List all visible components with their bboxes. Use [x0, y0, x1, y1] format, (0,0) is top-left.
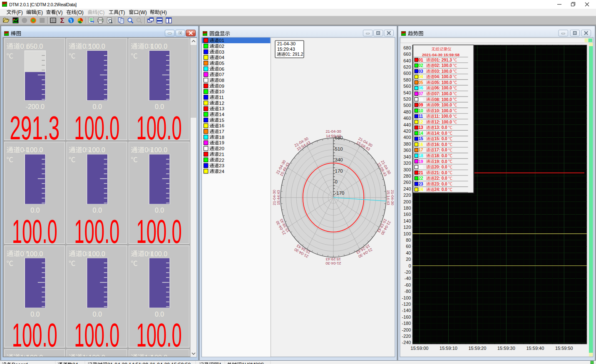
svg-text:100.0: 100.0: [137, 109, 182, 146]
svg-text:(T): (T): [119, 10, 125, 15]
svg-text:10: 100.0: 10: 100.0: [435, 109, 452, 113]
svg-text:(O): (O): [77, 10, 84, 15]
svg-text:03: 03: [419, 69, 424, 74]
svg-text:09: 09: [419, 103, 424, 107]
svg-text:200: 200: [403, 199, 411, 204]
svg-text:100.0: 100.0: [137, 213, 182, 250]
svg-text:-240: -240: [402, 340, 411, 345]
svg-text:02: 02: [419, 63, 424, 68]
svg-text:540: 540: [403, 90, 411, 95]
svg-text:24: 24: [72, 362, 78, 364]
svg-text:21: 21: [219, 152, 224, 157]
svg-text:19: 19: [219, 140, 224, 145]
svg-text:(V): (V): [56, 10, 63, 15]
svg-text:-140: -140: [402, 308, 411, 313]
svg-text:220: 220: [403, 193, 411, 198]
svg-text:18: 18: [219, 135, 224, 140]
svg-text:15:59:40: 15:59:40: [526, 346, 544, 351]
svg-text:360: 360: [403, 148, 411, 153]
svg-text:120: 120: [403, 225, 411, 230]
svg-text:21: 0.0: 21: 0.0: [435, 171, 448, 175]
svg-text:500: 500: [403, 103, 411, 108]
svg-text:-200: -200: [402, 327, 411, 332]
svg-text:15:59:00: 15:59:00: [411, 346, 429, 351]
svg-text:260: 260: [403, 180, 411, 185]
svg-text:(F): (F): [17, 10, 23, 15]
svg-text:16: 0.0: 16: 0.0: [435, 142, 448, 147]
svg-text:100.0: 100.0: [137, 317, 182, 354]
svg-text:21-04-30: 21-04-30: [272, 190, 276, 205]
svg-text:-170: -170: [335, 191, 345, 196]
svg-text:16: 16: [219, 123, 224, 128]
svg-text:03: 100.0: 03: 100.0: [435, 69, 452, 74]
svg-text:07: 07: [419, 92, 424, 96]
svg-text:04: 04: [219, 55, 224, 60]
svg-text:(H): (H): [160, 10, 167, 15]
svg-text:12: 12: [219, 101, 224, 106]
svg-text:07: 100.0: 07: 100.0: [435, 92, 452, 96]
svg-text:13: 13: [419, 125, 424, 130]
svg-text:-120: -120: [402, 302, 411, 307]
svg-text:600: 600: [403, 71, 411, 76]
svg-text:100: 100: [403, 231, 411, 236]
svg-text:-40: -40: [405, 276, 411, 281]
svg-text:23: 23: [219, 163, 224, 168]
svg-text:100.0: 100.0: [89, 250, 105, 258]
svg-text:22: 22: [419, 176, 424, 181]
svg-text:100.0: 100.0: [12, 213, 57, 250]
svg-text:660: 660: [403, 52, 411, 57]
svg-text:100.0: 100.0: [26, 146, 43, 154]
svg-text:380: 380: [403, 141, 411, 146]
svg-text:340: 340: [403, 154, 411, 159]
svg-text:01: 01: [219, 38, 224, 43]
svg-text:100.0: 100.0: [12, 317, 57, 354]
svg-text:15:29:43: 15:29:43: [277, 47, 295, 52]
svg-text:300: 300: [403, 167, 411, 172]
svg-text:520: 520: [403, 97, 411, 102]
svg-text:11: 100.0: 11: 100.0: [435, 114, 452, 119]
svg-text:15:29:43: 15:29:43: [326, 257, 341, 261]
svg-text:Σ: Σ: [60, 17, 64, 25]
svg-text:100.0: 100.0: [89, 43, 105, 50]
svg-text:17: 17: [419, 148, 424, 152]
svg-text:100.0: 100.0: [74, 213, 119, 250]
svg-text:23: 0.0: 23: 0.0: [435, 182, 448, 186]
svg-text:11: 11: [219, 95, 224, 100]
svg-text:02: 02: [219, 44, 224, 49]
svg-text:18: 18: [419, 154, 424, 158]
svg-text:21-04-30: 21-04-30: [325, 129, 341, 134]
svg-text:15: 0.0: 15: 0.0: [435, 136, 448, 141]
svg-text:400: 400: [403, 135, 411, 140]
svg-text:17: 0.0: 17: 0.0: [435, 148, 448, 152]
svg-text:01: 291.2: 01: 291.2: [286, 52, 303, 57]
svg-text:09: 100.0: 09: 100.0: [435, 103, 452, 107]
svg-text:(E): (E): [36, 10, 43, 15]
svg-text:09: 09: [219, 84, 224, 89]
svg-text:15:59:20: 15:59:20: [468, 346, 486, 351]
svg-text:22: 0.0: 22: 0.0: [435, 176, 448, 181]
svg-text:100.0: 100.0: [74, 109, 119, 146]
svg-text:-80: -80: [405, 289, 411, 294]
svg-text:580: 580: [403, 77, 411, 82]
svg-text:420: 420: [403, 129, 411, 134]
svg-text:560: 560: [403, 84, 411, 89]
svg-text:18: 0.0: 18: 0.0: [435, 154, 448, 158]
svg-text:15: 15: [419, 136, 424, 141]
svg-text:01: 01: [419, 58, 424, 62]
svg-text:15:59:50: 15:59:50: [555, 346, 573, 351]
svg-text:-180: -180: [402, 321, 411, 326]
svg-text:1H8M38S: 1H8M38S: [242, 362, 264, 364]
svg-text:05: 05: [219, 61, 224, 66]
svg-text:20: 20: [406, 257, 411, 262]
svg-text:180: 180: [403, 206, 411, 210]
svg-text:07: 07: [219, 72, 224, 77]
svg-text:460: 460: [403, 116, 411, 121]
svg-text:0: 0: [408, 263, 411, 268]
svg-text:640: 640: [403, 58, 411, 63]
svg-text:100.0: 100.0: [151, 43, 167, 50]
svg-text:100.0: 100.0: [151, 250, 167, 258]
svg-text:0: 0: [335, 179, 338, 184]
svg-text:15:59:10: 15:59:10: [440, 346, 457, 351]
svg-text:-160: -160: [402, 314, 411, 319]
svg-text:15: 15: [219, 118, 224, 123]
